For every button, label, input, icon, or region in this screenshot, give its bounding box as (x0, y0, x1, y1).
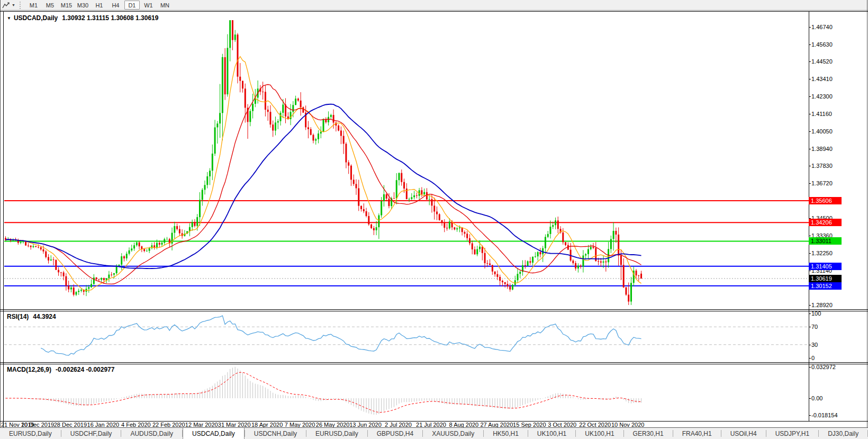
timeframe-button-h1[interactable]: H1 (92, 1, 107, 10)
window-left-edge (0, 0, 1, 439)
tab-item-xauusd[interactable]: XAUUSD,Daily (423, 428, 483, 439)
rsi-axis-tickmark (809, 345, 811, 345)
price-axis-tickmark (809, 253, 811, 254)
price-level-label: 1.31405 (809, 263, 842, 270)
chart-canvas[interactable] (4, 11, 808, 309)
price-axis-tick: 1.40050 (811, 128, 833, 135)
chart-line-tool-icon[interactable] (2, 1, 11, 10)
macd-axis-tick: -0.018154 (811, 412, 838, 418)
rsi-value: 44.3924 (33, 313, 56, 320)
macd-axis-tickmark (809, 367, 811, 368)
tab-item-fra40[interactable]: FRA40,H1 (673, 428, 721, 439)
price-axis-tickmark (809, 131, 811, 132)
price-axis-tick: 1.46740 (811, 24, 833, 30)
rsi-axis-tick: 30 (811, 342, 818, 348)
price-axis-tick: 1.32250 (811, 250, 833, 256)
price-axis-tickmark (809, 114, 811, 114)
tab-item-audusd[interactable]: AUDUSD,Daily (121, 428, 182, 439)
chart-ohlc-values: 1.30932 1.31115 1.30608 1.30619 (62, 14, 158, 22)
price-axis-tick: 1.44520 (811, 58, 833, 65)
chart-left-border (3, 11, 4, 439)
toolbar-grip-handle[interactable] (20, 2, 22, 9)
price-axis-tickmark (809, 79, 811, 79)
tab-item-eurusd[interactable]: EURUSD,Daily (306, 428, 367, 439)
price-axis-tick: 1.36720 (811, 180, 833, 186)
macd-separator-top (0, 362, 868, 363)
tab-item-dj30[interactable]: DJ30,Daily (819, 428, 867, 439)
rsi-panel-label: RSI(14)44.3924 (7, 313, 56, 320)
price-level-label: 1.33011 (809, 237, 842, 245)
tab-item-hk50[interactable]: HK50,H1 (484, 428, 528, 439)
tab-item-usdcad[interactable]: USDCAD,Daily (183, 428, 245, 439)
rsi-axis-tickmark (809, 358, 811, 359)
price-axis-tickmark (809, 96, 811, 97)
timeframe-buttons: M1M5M15M30H1H4D1W1MN (25, 1, 173, 10)
timeframe-button-d1[interactable]: D1 (124, 1, 140, 10)
price-axis-tick: 1.45630 (811, 41, 833, 48)
price-axis-tickmark (809, 149, 811, 149)
rsi-axis-tickmark (809, 327, 811, 327)
price-axis-tickmark (809, 61, 811, 62)
price-axis-tick: 1.38940 (811, 146, 833, 152)
price-level-label: 1.30152 (809, 282, 842, 290)
tab-item-usoil[interactable]: USOil,H4 (721, 428, 766, 439)
price-axis-tick: 1.37830 (811, 163, 833, 169)
tab-item-usdcnh[interactable]: USDCNH,Daily (245, 428, 306, 439)
macd-axis-tickmark (809, 398, 811, 399)
rsi-axis-tick: 100 (811, 310, 821, 317)
price-axis-border (809, 11, 809, 421)
chart-tool-dropdown-caret[interactable]: ▼ (12, 3, 15, 7)
timeframe-toolbar: ▼ M1M5M15M30H1H4D1W1MN (0, 0, 868, 11)
price-level-label: 1.30619 (809, 275, 842, 282)
chart-title: ▼USDCAD,Daily1.30932 1.31115 1.30608 1.3… (7, 14, 158, 22)
price-axis-tickmark (809, 271, 811, 271)
trading-terminal: ▼ M1M5M15M30H1H4D1W1MN ▼USDCAD,Daily1.30… (0, 0, 868, 439)
rsi-axis-tick: 70 (811, 324, 818, 330)
chart-collapse-icon[interactable]: ▼ (7, 16, 11, 21)
price-axis-tick: 1.43410 (811, 76, 833, 82)
price-axis-tick: 1.42300 (811, 93, 833, 100)
timeframe-button-m5[interactable]: M5 (42, 1, 58, 10)
tab-item-gbpusd[interactable]: GBPUSD,H4 (368, 428, 422, 439)
tab-item-eurusd[interactable]: EURUSD,Daily (0, 428, 61, 439)
price-axis-tickmark (809, 27, 811, 28)
rsi-separator-bottom (0, 311, 868, 311)
tab-item-usdjpy[interactable]: USDJPY,H1 (766, 428, 818, 439)
macd-values: -0.002624 -0.002977 (56, 366, 114, 373)
timeframe-button-mn[interactable]: MN (157, 1, 173, 10)
macd-axis-tickmark (809, 415, 811, 416)
price-axis-tick: 1.41160 (811, 111, 832, 117)
macd-axis-tick: 0.032972 (811, 364, 836, 370)
chart-tab-bar: EURUSD,DailyUSDCHF,DailyAUDUSD,DailyUSDC… (0, 427, 868, 439)
macd-separator-bottom (0, 364, 868, 364)
price-axis-tick: 1.28920 (811, 302, 833, 308)
price-level-label: 1.34206 (809, 219, 842, 226)
macd-axis-tick: 0.00 (811, 395, 822, 401)
rsi-axis-tickmark (809, 313, 811, 314)
rsi-indicator-name: RSI(14) (7, 313, 29, 320)
tab-item-ger30[interactable]: GER30,H1 (624, 428, 673, 439)
tab-item-uk100[interactable]: UK100,H1 (576, 428, 623, 439)
price-axis-tickmark (809, 183, 811, 184)
timeframe-button-m15[interactable]: M15 (59, 1, 74, 10)
timeframe-button-m1[interactable]: M1 (26, 1, 41, 10)
rsi-axis-tick: 0 (811, 355, 815, 361)
chart-symbol-label: USDCAD,Daily (14, 14, 58, 22)
tab-item-uk100[interactable]: UK100,H1 (528, 428, 575, 439)
price-level-label: 1.35606 (809, 197, 842, 204)
price-axis-tickmark (809, 305, 811, 306)
timeframe-button-m30[interactable]: M30 (75, 1, 91, 10)
timeframe-button-w1[interactable]: W1 (141, 1, 156, 10)
macd-panel-label: MACD(12,26,9)-0.002624 -0.002977 (7, 366, 114, 373)
chart-tabs: EURUSD,DailyUSDCHF,DailyAUDUSD,DailyUSDC… (0, 428, 868, 439)
price-axis-tickmark (809, 166, 811, 166)
price-axis-tickmark (809, 44, 811, 45)
price-axis-tickmark (809, 236, 811, 236)
macd-indicator-name: MACD(12,26,9) (7, 366, 51, 373)
date-axis: 21 Nov 201910 Dec 201928 Dec 201916 Jan … (0, 422, 868, 427)
timeframe-button-h4[interactable]: H4 (108, 1, 123, 10)
rsi-separator-top (0, 309, 868, 310)
tab-item-usdchf[interactable]: USDCHF,Daily (61, 428, 121, 439)
window-right-edge (867, 0, 867, 439)
